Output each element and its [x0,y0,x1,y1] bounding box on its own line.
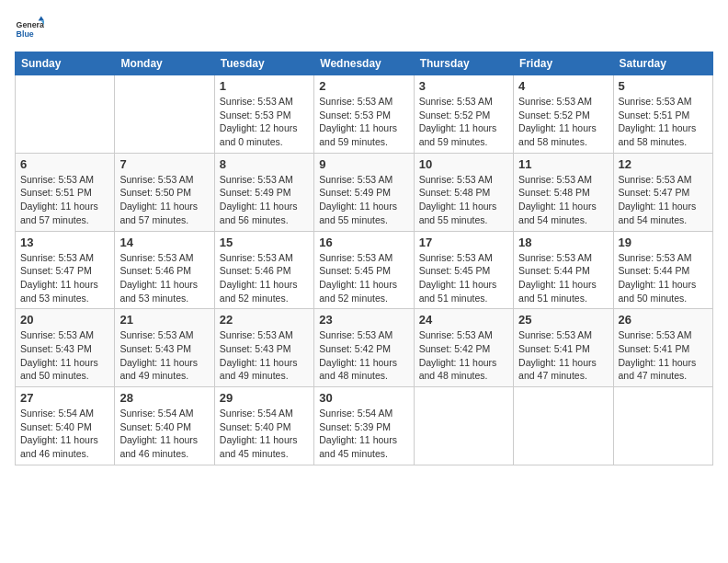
day-number: 9 [319,157,408,171]
day-number: 30 [319,391,408,405]
day-number: 11 [518,157,608,171]
day-cell: 19Sunrise: 5:53 AMSunset: 5:44 PMDayligh… [613,231,712,309]
day-detail: Sunrise: 5:53 AMSunset: 5:53 PMDaylight:… [220,95,309,149]
day-header-sunday: Sunday [16,52,115,75]
week-row-2: 6Sunrise: 5:53 AMSunset: 5:51 PMDaylight… [16,153,713,231]
day-number: 8 [220,157,309,171]
day-number: 2 [319,79,408,93]
day-cell: 6Sunrise: 5:53 AMSunset: 5:51 PMDaylight… [16,153,115,231]
day-cell: 16Sunrise: 5:53 AMSunset: 5:45 PMDayligh… [314,231,414,309]
day-detail: Sunrise: 5:53 AMSunset: 5:48 PMDaylight:… [419,173,508,227]
day-cell: 5Sunrise: 5:53 AMSunset: 5:51 PMDaylight… [613,75,712,154]
day-cell: 12Sunrise: 5:53 AMSunset: 5:47 PMDayligh… [613,153,712,231]
week-row-5: 27Sunrise: 5:54 AMSunset: 5:40 PMDayligh… [16,387,713,465]
day-cell: 30Sunrise: 5:54 AMSunset: 5:39 PMDayligh… [314,387,414,465]
day-detail: Sunrise: 5:53 AMSunset: 5:47 PMDaylight:… [619,173,708,227]
day-cell: 17Sunrise: 5:53 AMSunset: 5:45 PMDayligh… [414,231,513,309]
header: General Blue [15,15,713,44]
day-detail: Sunrise: 5:53 AMSunset: 5:44 PMDaylight:… [518,251,608,305]
day-cell [115,75,214,154]
logo: General Blue [15,15,44,44]
day-detail: Sunrise: 5:53 AMSunset: 5:41 PMDaylight:… [619,328,708,383]
day-detail: Sunrise: 5:53 AMSunset: 5:46 PMDaylight:… [119,251,209,305]
day-cell: 23Sunrise: 5:53 AMSunset: 5:42 PMDayligh… [314,309,414,387]
day-cell: 9Sunrise: 5:53 AMSunset: 5:49 PMDaylight… [314,153,414,231]
day-cell [514,387,613,465]
day-number: 21 [119,313,209,327]
day-number: 3 [419,79,508,93]
day-number: 13 [20,236,109,249]
day-detail: Sunrise: 5:54 AMSunset: 5:40 PMDaylight:… [119,407,209,461]
day-number: 4 [518,79,608,93]
day-number: 6 [20,157,109,171]
day-number: 17 [419,236,508,249]
day-cell: 22Sunrise: 5:53 AMSunset: 5:43 PMDayligh… [214,309,313,387]
day-cell: 3Sunrise: 5:53 AMSunset: 5:52 PMDaylight… [414,75,513,154]
day-cell: 1Sunrise: 5:53 AMSunset: 5:53 PMDaylight… [214,75,313,154]
day-header-thursday: Thursday [414,52,513,75]
day-detail: Sunrise: 5:54 AMSunset: 5:40 PMDaylight:… [20,407,109,461]
day-number: 20 [20,313,109,327]
day-number: 23 [319,313,408,327]
day-cell [414,387,513,465]
day-number: 18 [518,236,608,249]
day-detail: Sunrise: 5:53 AMSunset: 5:51 PMDaylight:… [619,95,708,149]
calendar-table: SundayMondayTuesdayWednesdayThursdayFrid… [15,52,713,465]
day-detail: Sunrise: 5:53 AMSunset: 5:53 PMDaylight:… [319,95,408,149]
day-detail: Sunrise: 5:53 AMSunset: 5:49 PMDaylight:… [319,173,408,227]
day-cell [16,75,115,154]
day-detail: Sunrise: 5:53 AMSunset: 5:43 PMDaylight:… [220,328,309,383]
day-cell: 27Sunrise: 5:54 AMSunset: 5:40 PMDayligh… [16,387,115,465]
day-detail: Sunrise: 5:53 AMSunset: 5:49 PMDaylight:… [220,173,309,227]
day-number: 1 [220,79,309,93]
day-cell: 14Sunrise: 5:53 AMSunset: 5:46 PMDayligh… [115,231,214,309]
week-row-1: 1Sunrise: 5:53 AMSunset: 5:53 PMDaylight… [16,75,713,154]
day-detail: Sunrise: 5:54 AMSunset: 5:40 PMDaylight:… [220,407,309,461]
day-cell: 20Sunrise: 5:53 AMSunset: 5:43 PMDayligh… [16,309,115,387]
week-row-4: 20Sunrise: 5:53 AMSunset: 5:43 PMDayligh… [16,309,713,387]
day-cell: 13Sunrise: 5:53 AMSunset: 5:47 PMDayligh… [16,231,115,309]
day-cell: 25Sunrise: 5:53 AMSunset: 5:41 PMDayligh… [514,309,613,387]
day-number: 26 [619,313,708,327]
day-header-wednesday: Wednesday [314,52,414,75]
day-number: 7 [119,157,209,171]
day-cell: 2Sunrise: 5:53 AMSunset: 5:53 PMDaylight… [314,75,414,154]
day-number: 15 [220,236,309,249]
day-number: 28 [119,391,209,405]
day-number: 10 [419,157,508,171]
day-header-friday: Friday [514,52,613,75]
day-detail: Sunrise: 5:53 AMSunset: 5:44 PMDaylight:… [619,251,708,305]
day-number: 5 [619,79,708,93]
week-row-3: 13Sunrise: 5:53 AMSunset: 5:47 PMDayligh… [16,231,713,309]
day-detail: Sunrise: 5:53 AMSunset: 5:45 PMDaylight:… [419,251,508,305]
day-number: 29 [220,391,309,405]
day-cell: 28Sunrise: 5:54 AMSunset: 5:40 PMDayligh… [115,387,214,465]
day-number: 19 [619,236,708,249]
day-detail: Sunrise: 5:54 AMSunset: 5:39 PMDaylight:… [319,407,408,461]
day-cell: 7Sunrise: 5:53 AMSunset: 5:50 PMDaylight… [115,153,214,231]
day-number: 22 [220,313,309,327]
day-cell: 21Sunrise: 5:53 AMSunset: 5:43 PMDayligh… [115,309,214,387]
day-header-monday: Monday [115,52,214,75]
day-number: 14 [119,236,209,249]
day-number: 12 [619,157,708,171]
day-header-saturday: Saturday [613,52,712,75]
day-number: 25 [518,313,608,327]
day-cell: 24Sunrise: 5:53 AMSunset: 5:42 PMDayligh… [414,309,513,387]
day-cell: 8Sunrise: 5:53 AMSunset: 5:49 PMDaylight… [214,153,313,231]
day-detail: Sunrise: 5:53 AMSunset: 5:43 PMDaylight:… [20,328,109,383]
day-detail: Sunrise: 5:53 AMSunset: 5:45 PMDaylight:… [319,251,408,305]
day-cell [613,387,712,465]
day-detail: Sunrise: 5:53 AMSunset: 5:50 PMDaylight:… [119,173,209,227]
day-cell: 10Sunrise: 5:53 AMSunset: 5:48 PMDayligh… [414,153,513,231]
day-cell: 11Sunrise: 5:53 AMSunset: 5:48 PMDayligh… [514,153,613,231]
day-detail: Sunrise: 5:53 AMSunset: 5:52 PMDaylight:… [518,95,608,149]
day-detail: Sunrise: 5:53 AMSunset: 5:51 PMDaylight:… [20,173,109,227]
day-cell: 26Sunrise: 5:53 AMSunset: 5:41 PMDayligh… [613,309,712,387]
day-detail: Sunrise: 5:53 AMSunset: 5:41 PMDaylight:… [518,328,608,383]
day-detail: Sunrise: 5:53 AMSunset: 5:46 PMDaylight:… [220,251,309,305]
day-detail: Sunrise: 5:53 AMSunset: 5:48 PMDaylight:… [518,173,608,227]
day-detail: Sunrise: 5:53 AMSunset: 5:52 PMDaylight:… [419,95,508,149]
day-number: 27 [20,391,109,405]
svg-text:Blue: Blue [17,29,34,39]
